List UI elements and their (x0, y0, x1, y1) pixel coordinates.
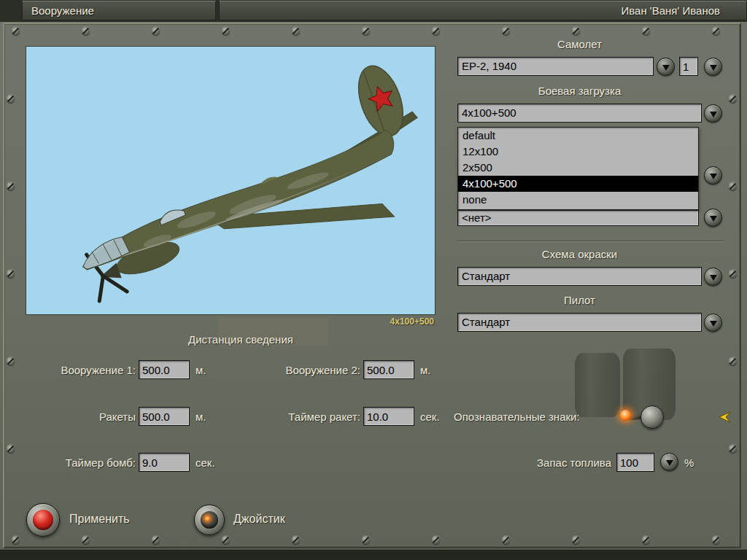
screw-icon (432, 536, 440, 544)
weapon2-field[interactable] (363, 360, 414, 379)
loadout-section-label: Боевая загрузка (457, 85, 702, 97)
screw-icon (222, 536, 230, 544)
screw-icon (82, 27, 90, 35)
screw-icon (729, 95, 737, 103)
rocket-timer-unit: сек. (420, 411, 440, 423)
divider (457, 241, 724, 242)
weapon2-unit: м. (420, 364, 430, 376)
weapon2-label: Вооружение 2: (254, 364, 360, 376)
weapon1-unit: м. (196, 364, 206, 376)
pilot-select-arrow-button[interactable] (704, 314, 722, 332)
joystick-button[interactable] (194, 505, 225, 535)
screw-icon (7, 357, 15, 365)
chevron-down-icon (710, 112, 717, 117)
rocket-timer-field[interactable] (363, 407, 414, 426)
apply-button[interactable] (26, 503, 60, 537)
glow-dot-icon (204, 516, 210, 521)
red-button-dome (33, 510, 53, 530)
screw-icon (712, 27, 720, 35)
loadout-secondary-arrow-button[interactable] (704, 209, 722, 227)
screw-icon (642, 27, 650, 35)
chevron-down-icon (710, 321, 717, 327)
chevron-down-icon (662, 65, 670, 71)
loadout-select-arrow-button[interactable] (704, 104, 722, 122)
paint-scheme-section-label: Схема окраски (457, 248, 702, 260)
tab-armament[interactable]: Вооружение (22, 1, 216, 20)
loadout-option[interactable]: none (458, 192, 698, 208)
chevron-down-icon (710, 216, 717, 222)
rocket-timer-label: Таймер ракет: (254, 411, 360, 423)
toggle-glow-light (620, 410, 631, 421)
chevron-down-icon (710, 65, 717, 71)
screw-icon (572, 27, 580, 35)
convergence-heading: Дистанция сведения (117, 333, 365, 346)
screw-icon (432, 27, 440, 35)
pilot-name: Иван 'Ваня' Иванов (621, 4, 720, 17)
weapon1-field[interactable] (139, 360, 190, 379)
weapon1-label: Вооружение 1: (29, 364, 136, 376)
chevron-down-icon (710, 275, 717, 281)
screw-icon (7, 95, 15, 103)
screw-icon (642, 536, 650, 544)
screw-icon (502, 27, 510, 35)
fuel-arrow-button[interactable] (660, 453, 678, 471)
screw-icon (292, 27, 300, 35)
joystick-button-label: Джойстик (233, 513, 285, 526)
paint-scheme-arrow-button[interactable] (704, 268, 722, 286)
screw-icon (82, 536, 90, 544)
pilot-name-bar: Иван 'Ваня' Иванов (219, 1, 747, 20)
bomb-timer-label: Таймер бомб: (29, 456, 136, 469)
loadout-options-list: default 12x100 2x500 4x100+500 none (457, 127, 699, 210)
pilot-section-label: Пилот (457, 294, 702, 306)
screw-icon (152, 536, 160, 544)
screw-icon (12, 536, 20, 544)
chevron-down-icon (710, 174, 717, 179)
screw-icon (7, 270, 15, 278)
screw-icon (7, 445, 15, 453)
aircraft-select[interactable]: ЕР-2, 1940 (457, 57, 654, 76)
markings-label: Опознавательные знаки: (454, 411, 580, 423)
bomb-timer-field[interactable] (139, 453, 190, 472)
aircraft-count-field[interactable] (679, 57, 698, 76)
rockets-label: Ракеты (29, 411, 136, 423)
toggle-knob (640, 405, 664, 429)
pilot-select[interactable]: Стандарт (457, 313, 702, 332)
dark-button-dome (201, 511, 218, 529)
markings-toggle[interactable] (617, 402, 665, 433)
aircraft-count-arrow-button[interactable] (704, 58, 722, 76)
paint-scheme-select[interactable]: Стандарт (457, 267, 702, 286)
loadout-option[interactable]: default (458, 128, 698, 144)
screw-icon (729, 182, 737, 190)
fuel-label: Запас топлива (511, 456, 611, 469)
rockets-unit: м. (196, 411, 206, 423)
chevron-down-icon (666, 460, 673, 466)
loadout-list-arrow-button[interactable] (704, 166, 722, 184)
loadout-option[interactable]: 2x500 (458, 160, 698, 176)
loadout-option[interactable]: 12x100 (458, 144, 698, 160)
aircraft-preview (26, 46, 436, 315)
screw-icon (729, 270, 737, 278)
fuel-field[interactable] (616, 453, 654, 472)
screw-icon (12, 27, 20, 35)
aircraft-render (26, 47, 435, 314)
screw-icon (292, 536, 300, 544)
screw-icon (222, 27, 230, 35)
screw-icon (362, 536, 370, 544)
tab-armament-label: Вооружение (31, 4, 94, 17)
screw-icon (572, 536, 580, 544)
loadout-select[interactable]: 4x100+500 (457, 104, 702, 122)
screw-icon (362, 27, 370, 35)
preview-loadout-caption: 4x100+500 (26, 316, 434, 327)
fuel-unit: % (684, 456, 694, 469)
rockets-field[interactable] (139, 407, 190, 426)
loadout-secondary-select[interactable]: <нет> (457, 210, 699, 226)
screw-icon (729, 445, 737, 453)
screw-icon (729, 357, 737, 365)
bottom-bar (0, 549, 747, 560)
screw-icon (7, 182, 15, 190)
aircraft-section-label: Самолет (457, 38, 702, 50)
screw-icon (712, 536, 720, 544)
aircraft-select-arrow-button[interactable] (657, 58, 675, 76)
bomb-timer-unit: сек. (196, 456, 215, 469)
loadout-option-selected[interactable]: 4x100+500 (458, 176, 698, 192)
